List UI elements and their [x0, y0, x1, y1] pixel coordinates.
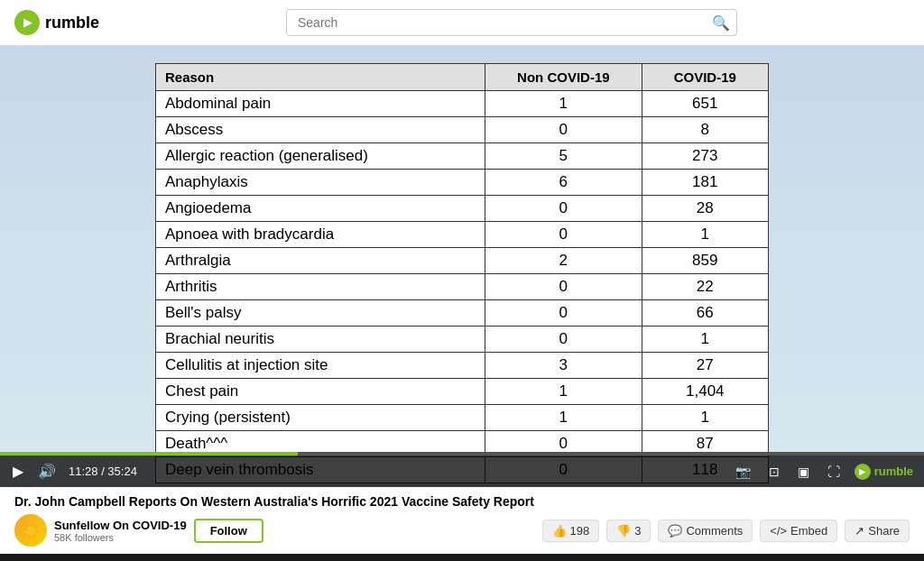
embed-button[interactable]: </> Embed: [760, 520, 837, 542]
cell-covid: 22: [642, 274, 768, 300]
table-row: Anaphylaxis 6 181: [156, 170, 769, 196]
table-row: Abscess 0 8: [156, 117, 769, 143]
like-count: 198: [570, 524, 590, 538]
rumble-watermark-icon: ▶: [855, 464, 871, 480]
cell-covid: 181: [642, 170, 768, 196]
cell-reason: Brachial neuritis: [156, 326, 485, 353]
channel-followers: 58K followers: [54, 532, 187, 543]
controls-row: ▶ 🔊 11:28 / 35:24 📷 ⊡ ▣ ⛶ ▶ rumble: [0, 455, 924, 487]
progress-bar[interactable]: [0, 452, 924, 455]
cell-non-covid: 0: [485, 300, 642, 326]
cell-reason: Apnoea with bradycardia: [156, 222, 485, 248]
cell-non-covid: 3: [485, 353, 642, 379]
channel-name: Sunfellow On COVID-19: [54, 519, 187, 532]
table-row: Apnoea with bradycardia 0 1: [156, 222, 769, 248]
cell-covid: 27: [642, 353, 768, 379]
progress-bar-fill: [0, 452, 298, 455]
embed-icon: </>: [770, 524, 787, 538]
cell-covid: 1: [642, 326, 768, 353]
cell-non-covid: 0: [485, 196, 642, 222]
time-display: 11:28 / 35:24: [69, 464, 137, 478]
cell-reason: Anaphylaxis: [156, 170, 485, 196]
cell-reason: Arthritis: [156, 274, 485, 300]
cell-non-covid: 0: [485, 117, 642, 143]
channel-info: Sunfellow On COVID-19 58K followers: [54, 519, 187, 543]
miniplayer-button[interactable]: ⊡: [765, 463, 783, 481]
cell-non-covid: 0: [485, 222, 642, 248]
col-header-non-covid: Non COVID-19: [485, 64, 642, 91]
logo[interactable]: ▶ rumble: [14, 10, 99, 35]
dislike-icon: 👎: [616, 524, 631, 538]
table-row: Cellulitis at injection site 3 27: [156, 353, 769, 379]
cell-non-covid: 0: [485, 274, 642, 300]
share-icon: ↗: [855, 524, 864, 538]
cell-reason: Abscess: [156, 117, 485, 143]
cell-reason: Cellulitis at injection site: [156, 353, 485, 379]
volume-button[interactable]: 🔊: [36, 461, 58, 482]
info-bar: Dr. John Campbell Reports On Western Aus…: [0, 487, 924, 554]
table-row: Brachial neuritis 0 1: [156, 326, 769, 353]
header: ▶ rumble 🔍: [0, 0, 924, 45]
cell-non-covid: 5: [485, 143, 642, 170]
comments-label: Comments: [686, 524, 743, 538]
col-header-reason: Reason: [156, 64, 485, 91]
cell-non-covid: 2: [485, 248, 642, 274]
table-row: Arthralgia 2 859: [156, 248, 769, 274]
table-row: Arthritis 0 22: [156, 274, 769, 300]
share-button[interactable]: ↗ Share: [845, 520, 910, 542]
table-row: Chest pain 1 1,404: [156, 379, 769, 405]
cell-covid: 1: [642, 222, 768, 248]
table-row: Allergic reaction (generalised) 5 273: [156, 143, 769, 170]
table-row: Angioedema 0 28: [156, 196, 769, 222]
search-input[interactable]: [286, 9, 737, 36]
play-button[interactable]: ▶: [11, 461, 25, 482]
share-label: Share: [868, 524, 900, 538]
search-bar: 🔍: [286, 9, 737, 36]
cell-non-covid: 6: [485, 170, 642, 196]
cell-reason: Bell's palsy: [156, 300, 485, 326]
cell-reason: Arthralgia: [156, 248, 485, 274]
cell-reason: Crying (persistent): [156, 405, 485, 431]
cell-reason: Allergic reaction (generalised): [156, 143, 485, 170]
video-controls: ▶ 🔊 11:28 / 35:24 📷 ⊡ ▣ ⛶ ▶ rumble: [0, 452, 924, 487]
table-row: Bell's palsy 0 66: [156, 300, 769, 326]
medical-table: Reason Non COVID-19 COVID-19 Abdominal p…: [155, 63, 769, 483]
cell-covid: 66: [642, 300, 768, 326]
cell-non-covid: 0: [485, 326, 642, 353]
cell-reason: Abdominal pain: [156, 91, 485, 117]
video-player[interactable]: Reason Non COVID-19 COVID-19 Abdominal p…: [0, 45, 924, 487]
col-header-covid: COVID-19: [642, 64, 768, 91]
channel-bar: ☀️ Sunfellow On COVID-19 58K followers F…: [14, 514, 910, 547]
table-row: Abdominal pain 1 651: [156, 91, 769, 117]
rumble-logo-icon: ▶: [14, 10, 40, 35]
rumble-watermark-text: rumble: [874, 464, 913, 478]
cell-non-covid: 1: [485, 379, 642, 405]
video-title: Dr. John Campbell Reports On Western Aus…: [14, 494, 910, 509]
video-frame: Reason Non COVID-19 COVID-19 Abdominal p…: [0, 45, 924, 487]
cell-covid: 859: [642, 248, 768, 274]
action-buttons: 👍 198 👎 3 💬 Comments </> Embed ↗ Share: [542, 520, 910, 542]
embed-label: Embed: [790, 524, 827, 538]
table-row: Crying (persistent) 1 1: [156, 405, 769, 431]
dislike-button[interactable]: 👎 3: [606, 520, 651, 542]
cell-reason: Angioedema: [156, 196, 485, 222]
dislike-count: 3: [634, 524, 641, 538]
cell-reason: Chest pain: [156, 379, 485, 405]
screenshot-button[interactable]: 📷: [732, 463, 754, 481]
cell-covid: 1: [642, 405, 768, 431]
like-button[interactable]: 👍 198: [542, 520, 600, 542]
cell-covid: 1,404: [642, 379, 768, 405]
pip-button[interactable]: ▣: [794, 463, 813, 481]
cell-non-covid: 1: [485, 91, 642, 117]
search-button[interactable]: 🔍: [712, 14, 730, 32]
cell-covid: 651: [642, 91, 768, 117]
rumble-watermark: ▶ rumble: [855, 464, 913, 480]
like-icon: 👍: [552, 524, 567, 538]
comments-icon: 💬: [668, 524, 682, 538]
cell-covid: 28: [642, 196, 768, 222]
medical-table-wrapper: Reason Non COVID-19 COVID-19 Abdominal p…: [155, 63, 769, 483]
comments-button[interactable]: 💬 Comments: [658, 520, 753, 542]
cell-covid: 8: [642, 117, 768, 143]
follow-button[interactable]: Follow: [194, 519, 263, 543]
fullscreen-button[interactable]: ⛶: [824, 463, 844, 481]
